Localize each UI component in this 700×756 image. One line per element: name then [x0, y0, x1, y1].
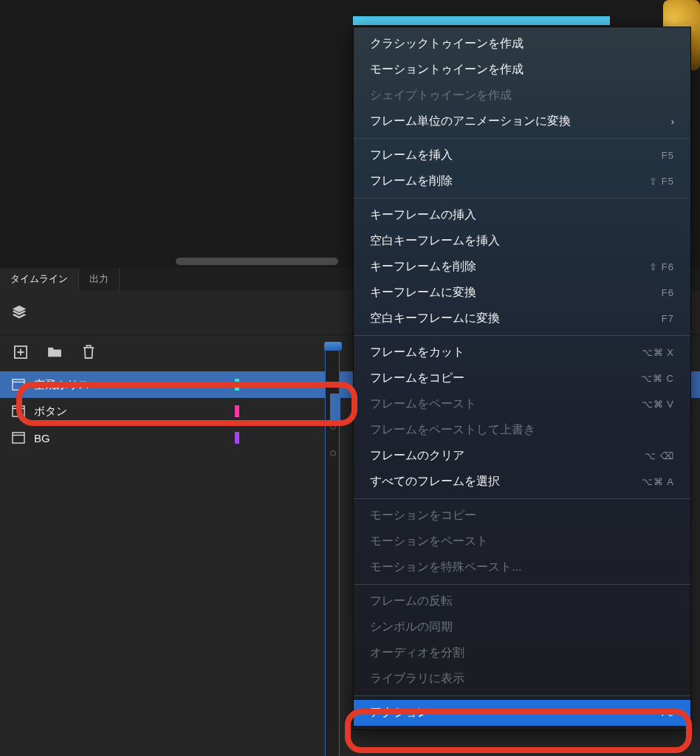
context-menu-item[interactable]: キーフレームの挿入 [354, 202, 690, 228]
context-menu-label: 空白キーフレームに変換 [370, 311, 500, 326]
context-menu-shortcut: ⌥⌘ C [641, 373, 674, 384]
layer-page-icon [12, 432, 25, 444]
delete-layer-icon[interactable] [78, 342, 99, 362]
context-menu-label: シェイプトゥイーンを作成 [370, 88, 512, 103]
context-menu-item[interactable]: クラシックトゥイーンを作成 [354, 31, 690, 57]
context-menu-label: オーディオを分割 [370, 645, 464, 661]
context-menu-separator [354, 498, 690, 499]
context-menu-shortcut: F9 [662, 707, 674, 718]
context-menu-label: キーフレームに変換 [370, 285, 476, 300]
context-menu-item[interactable]: フレームのクリア⌥ ⌫ [354, 443, 690, 469]
context-menu-item: シェイプトゥイーンを作成 [354, 83, 690, 109]
context-menu-shortcut: F7 [662, 313, 674, 324]
context-menu-item[interactable]: すべてのフレームを選択⌥⌘ A [354, 469, 690, 495]
context-menu-label: フレームのクリア [370, 448, 464, 464]
context-menu-separator [354, 198, 690, 199]
context-menu-item: オーディオを分割 [354, 640, 690, 666]
context-menu-item: モーションを特殊ペースト... [354, 554, 690, 580]
frame-context-menu: クラシックトゥイーンを作成モーショントゥイーンを作成シェイプトゥイーンを作成フレ… [353, 27, 691, 730]
context-menu-label: アクション [370, 705, 429, 721]
new-folder-icon[interactable] [44, 342, 65, 362]
context-menu-label: フレームを挿入 [370, 148, 453, 163]
svg-rect-10 [13, 379, 24, 390]
layer-color-swatch[interactable] [235, 405, 239, 417]
context-menu-label: ライブラリに表示 [370, 671, 464, 687]
layer-name: ボタン [34, 405, 67, 419]
context-menu-label: キーフレームの挿入 [370, 207, 476, 223]
layer-name: BG [34, 432, 50, 444]
keyframe-marker[interactable] [330, 450, 336, 456]
context-menu-item: フレームをペースト⌥⌘ V [354, 391, 690, 417]
tab-timeline[interactable]: タイムライン [0, 268, 79, 290]
context-menu-label: フレームをペーストして上書き [370, 422, 535, 438]
context-menu-separator [354, 584, 690, 585]
context-menu-label: モーションをペースト [370, 534, 488, 549]
context-menu-shortcut: F6 [662, 287, 674, 298]
context-menu-label: フレームの反転 [370, 594, 453, 609]
context-menu-item[interactable]: モーショントゥイーンを作成 [354, 57, 690, 83]
context-menu-item[interactable]: フレームをコピー⌥⌘ C [354, 365, 690, 391]
context-menu-item: フレームの反転 [354, 588, 690, 614]
context-menu-shortcut: ⌥⌘ X [642, 347, 674, 358]
context-menu-shortcut: ⌥⌘ V [642, 399, 674, 410]
layer-page-icon [12, 379, 25, 391]
context-menu-label: フレーム単位のアニメーションに変換 [370, 114, 571, 129]
new-layer-icon[interactable] [10, 342, 31, 362]
layer-color-swatch[interactable] [235, 379, 239, 391]
svg-rect-11 [13, 406, 24, 416]
context-menu-label: フレームをコピー [370, 371, 464, 386]
context-menu-item: ライブラリに表示 [354, 666, 690, 692]
context-menu-separator [354, 138, 690, 139]
context-menu-item: フレームをペーストして上書き [354, 417, 690, 443]
layer-name: 空飛ぶリス [34, 378, 89, 392]
context-menu-item[interactable]: 空白キーフレームに変換F7 [354, 306, 690, 331]
context-menu-label: フレームをペースト [370, 396, 476, 412]
context-menu-shortcut: F5 [662, 150, 674, 161]
context-menu-label: すべてのフレームを選択 [370, 474, 500, 489]
horizontal-scrollbar[interactable] [176, 258, 338, 265]
frame-selection[interactable] [330, 394, 340, 420]
context-menu-label: モーションをコピー [370, 508, 476, 523]
context-menu-separator [354, 335, 690, 336]
context-menu-label: フレームをカット [370, 345, 464, 360]
svg-rect-12 [13, 433, 24, 443]
context-menu-item[interactable]: キーフレームを削除⇧ F6 [354, 254, 690, 280]
context-menu-separator [354, 695, 690, 696]
context-menu-shortcut: ⇧ F6 [649, 261, 674, 272]
layer-page-icon [12, 405, 25, 417]
layer-color-swatch[interactable] [235, 432, 239, 444]
context-menu-shortcut: ⌥⌘ A [642, 476, 674, 487]
context-menu-item[interactable]: フレームをカット⌥⌘ X [354, 340, 690, 365]
context-menu-label: フレームを削除 [370, 173, 453, 189]
context-menu-item[interactable]: フレームを削除⇧ F5 [354, 168, 690, 194]
context-menu-item[interactable]: フレームを挿入F5 [354, 142, 690, 168]
context-menu-label: モーションを特殊ペースト... [370, 560, 521, 575]
context-menu-item[interactable]: フレーム単位のアニメーションに変換› [354, 109, 690, 134]
context-menu-label: 空白キーフレームを挿入 [370, 233, 500, 249]
chevron-right-icon: › [671, 116, 674, 127]
context-menu-item: モーションをペースト [354, 529, 690, 554]
context-menu-label: モーショントゥイーンを作成 [370, 62, 524, 78]
keyframe-marker[interactable] [330, 424, 336, 430]
context-menu-item: モーションをコピー [354, 503, 690, 529]
context-menu-item[interactable]: キーフレームに変換F6 [354, 280, 690, 306]
context-menu-label: クラシックトゥイーンを作成 [370, 36, 524, 52]
selected-frame-bar [353, 16, 610, 25]
context-menu-shortcut: ⌥ ⌫ [645, 450, 674, 461]
context-menu-item[interactable]: 空白キーフレームを挿入 [354, 228, 690, 254]
context-menu-item[interactable]: アクションF9 [354, 700, 690, 726]
context-menu-item: シンボルの同期 [354, 614, 690, 640]
context-menu-shortcut: ⇧ F5 [649, 176, 674, 187]
layers-icon[interactable] [9, 302, 30, 323]
context-menu-label: キーフレームを削除 [370, 259, 476, 275]
tab-output[interactable]: 出力 [79, 268, 120, 290]
context-menu-label: シンボルの同期 [370, 619, 453, 635]
